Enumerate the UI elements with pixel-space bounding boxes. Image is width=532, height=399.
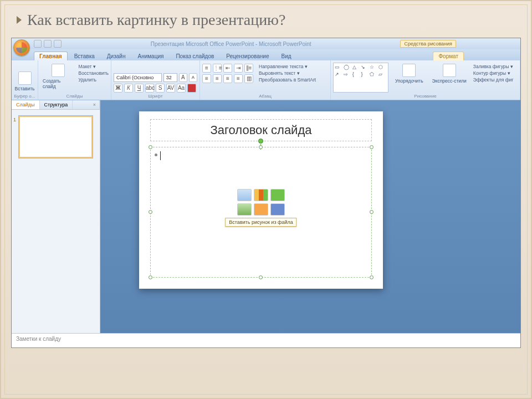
group-clipboard-label: Буфер о... bbox=[14, 93, 35, 99]
font-size-select[interactable]: 32 bbox=[163, 73, 177, 82]
title-bar: Презентация Microsoft Office PowerPoint … bbox=[12, 38, 520, 49]
title-placeholder[interactable]: Заголовок слайда bbox=[150, 119, 372, 141]
rotation-handle-icon[interactable] bbox=[258, 139, 263, 144]
underline-button[interactable]: Ч bbox=[135, 84, 144, 93]
insert-media-icon[interactable] bbox=[270, 203, 285, 216]
slides-panel-tabs: Слайды Структура × bbox=[12, 100, 100, 110]
slide-canvas-area[interactable]: Заголовок слайда bbox=[100, 100, 520, 333]
notes-pane[interactable]: Заметки к слайду bbox=[12, 333, 520, 347]
group-paragraph-label: Абзац bbox=[202, 93, 328, 99]
indent-inc-button[interactable]: ⇥ bbox=[234, 64, 243, 73]
arrange-label: Упорядочить bbox=[395, 78, 423, 84]
paste-button[interactable]: Вставить bbox=[14, 70, 35, 93]
insert-picture-tooltip: Вставить рисунок из файла bbox=[225, 218, 296, 227]
insert-table-icon[interactable] bbox=[237, 189, 252, 201]
resize-handle-e[interactable] bbox=[370, 210, 374, 214]
text-direction-button[interactable]: Направление текста ▾ bbox=[259, 64, 316, 69]
paste-label: Вставить bbox=[14, 86, 34, 91]
text-cursor bbox=[160, 151, 161, 160]
group-drawing-label: Рисование bbox=[333, 93, 518, 99]
content-icon-grid bbox=[237, 189, 285, 216]
shape-fill-button[interactable]: Заливка фигуры ▾ bbox=[473, 64, 514, 69]
arrange-button[interactable]: Упорядочить bbox=[393, 63, 426, 93]
italic-button[interactable]: К bbox=[124, 84, 133, 93]
font-family-select[interactable]: Calibri (Основно bbox=[114, 73, 162, 82]
indent-dec-button[interactable]: ⇤ bbox=[223, 64, 232, 73]
contextual-tab-group: Средства рисования bbox=[400, 40, 456, 48]
insert-picture-icon[interactable] bbox=[237, 203, 252, 216]
shadow-button[interactable]: S bbox=[156, 84, 165, 93]
reset-button[interactable]: Восстановить bbox=[79, 70, 109, 76]
presentation-slide-frame: Как вставить картинку в презентацию? Пре… bbox=[0, 0, 532, 399]
qat-save-icon[interactable] bbox=[34, 40, 42, 48]
qat-redo-icon[interactable] bbox=[54, 40, 62, 48]
tab-slideshow[interactable]: Показ слайдов bbox=[170, 52, 219, 60]
shape-outline-button[interactable]: Контур фигуры ▾ bbox=[473, 70, 514, 76]
quick-access-toolbar[interactable] bbox=[34, 40, 62, 48]
quick-styles-button[interactable]: Экспресс-стили bbox=[430, 63, 469, 93]
columns-button[interactable]: ▥ bbox=[244, 74, 253, 83]
resize-handle-ne[interactable] bbox=[370, 145, 374, 149]
close-panel-icon[interactable]: × bbox=[90, 100, 100, 109]
tab-insert[interactable]: Вставка bbox=[69, 52, 100, 60]
align-center-button[interactable]: ≡ bbox=[213, 74, 222, 83]
strike-button[interactable]: abc bbox=[145, 84, 154, 93]
window-title: Презентация Microsoft Office PowerPoint … bbox=[65, 41, 397, 47]
shrink-font-icon[interactable]: A bbox=[189, 73, 197, 82]
delete-button[interactable]: Удалить bbox=[79, 77, 109, 83]
bold-button[interactable]: Ж bbox=[114, 84, 122, 93]
grow-font-icon[interactable]: A bbox=[179, 73, 187, 82]
insert-chart-icon[interactable] bbox=[254, 189, 268, 201]
align-text-button[interactable]: Выровнять текст ▾ bbox=[259, 70, 316, 76]
resize-handle-nw[interactable] bbox=[149, 145, 152, 149]
shapes-gallery[interactable]: ▭◯△↘☆⬡ ↗⇨{}⬠▱ bbox=[333, 63, 388, 93]
resize-handle-sw[interactable] bbox=[149, 275, 152, 279]
group-slides-label: Слайды bbox=[40, 93, 109, 99]
tab-animation[interactable]: Анимация bbox=[132, 52, 169, 60]
linespacing-button[interactable]: ‖≡ bbox=[244, 64, 253, 73]
group-paragraph: ≡ ⋮≡ ⇤ ⇥ ‖≡ ≡ ≡ ≡ ≡ ▥ bbox=[200, 60, 331, 100]
case-button[interactable]: Aa bbox=[177, 84, 186, 93]
powerpoint-window: Презентация Microsoft Office PowerPoint … bbox=[11, 38, 521, 348]
resize-handle-s[interactable] bbox=[259, 275, 263, 279]
shape-effects-button[interactable]: Эффекты для фиг bbox=[473, 77, 514, 83]
align-right-button[interactable]: ≡ bbox=[223, 74, 232, 83]
office-button[interactable] bbox=[13, 39, 30, 56]
spacing-button[interactable]: AV bbox=[166, 84, 175, 93]
group-slides: Создать слайд Макет ▾ Восстановить Удали… bbox=[38, 60, 111, 100]
tab-view[interactable]: Вид bbox=[276, 52, 297, 60]
chevron-right-icon bbox=[17, 16, 22, 24]
align-left-button[interactable]: ≡ bbox=[202, 74, 211, 83]
tab-outline[interactable]: Структура bbox=[40, 100, 73, 109]
slides-panel: Слайды Структура × 1 bbox=[12, 100, 100, 333]
insert-clipart-icon[interactable] bbox=[254, 203, 268, 216]
bullets-button[interactable]: ≡ bbox=[202, 64, 211, 73]
numbering-button[interactable]: ⋮≡ bbox=[213, 64, 222, 73]
new-slide-button[interactable]: Создать слайд bbox=[40, 63, 76, 90]
tab-review[interactable]: Рецензирование bbox=[221, 52, 274, 60]
font-color-button[interactable] bbox=[187, 84, 196, 93]
tab-slides-thumbs[interactable]: Слайды bbox=[12, 100, 40, 109]
slide[interactable]: Заголовок слайда bbox=[139, 111, 383, 289]
quick-styles-icon bbox=[443, 64, 456, 77]
heading-row: Как вставить картинку в презентацию? bbox=[1, 1, 531, 34]
resize-handle-se[interactable] bbox=[370, 275, 374, 279]
arrange-icon bbox=[402, 64, 416, 77]
justify-button[interactable]: ≡ bbox=[234, 74, 243, 83]
convert-smartart-button[interactable]: Преобразовать в SmartArt bbox=[259, 77, 316, 83]
group-clipboard: Вставить Буфер о... bbox=[12, 60, 38, 100]
qat-undo-icon[interactable] bbox=[44, 40, 52, 48]
paste-icon bbox=[18, 71, 32, 85]
tab-home[interactable]: Главная bbox=[34, 52, 68, 60]
insert-smartart-icon[interactable] bbox=[270, 189, 285, 201]
bullet-icon bbox=[155, 154, 157, 156]
work-area: Слайды Структура × 1 Заголовок слайда bbox=[12, 100, 520, 333]
quick-styles-label: Экспресс-стили bbox=[432, 78, 467, 84]
tab-format[interactable]: Формат bbox=[433, 52, 464, 60]
ribbon: Вставить Буфер о... Создать слайд Макет … bbox=[12, 60, 520, 100]
resize-handle-n[interactable] bbox=[259, 145, 263, 149]
resize-handle-w[interactable] bbox=[149, 210, 152, 214]
slide-thumbnail-1[interactable]: 1 bbox=[18, 115, 93, 158]
layout-button[interactable]: Макет ▾ bbox=[79, 64, 109, 69]
tab-design[interactable]: Дизайн bbox=[101, 52, 131, 60]
